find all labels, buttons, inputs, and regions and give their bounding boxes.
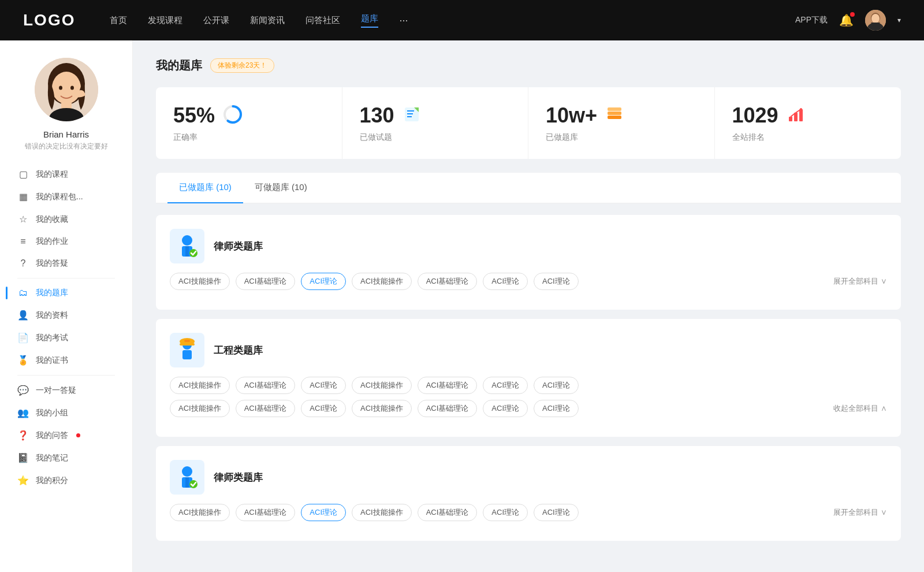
nav-news[interactable]: 新闻资讯 (250, 15, 285, 26)
law2-tag-7[interactable]: ACI理论 (534, 504, 579, 521)
eng-tag-r2-5[interactable]: ACI基础理论 (418, 400, 478, 417)
svg-point-10 (70, 86, 74, 90)
expand-lawyer-1-link[interactable]: 展开全部科目 ∨ (833, 276, 887, 287)
law2-tag-4[interactable]: ACI技能操作 (352, 504, 412, 521)
svg-rect-33 (180, 343, 195, 346)
stat-done-questions-top: 130 (360, 103, 511, 128)
stats-row: 55% 正确率 130 (156, 87, 901, 159)
sidebar-item-my-notes[interactable]: 📓 我的笔记 (6, 447, 126, 469)
sidebar-item-my-questions[interactable]: ? 我的答疑 (6, 252, 126, 274)
stat-accuracy: 55% 正确率 (156, 87, 342, 159)
tab-available-banks[interactable]: 可做题库 (10) (243, 173, 319, 203)
stat-accuracy-icon (223, 105, 243, 127)
sidebar-item-my-group[interactable]: 👥 我的小组 (6, 402, 126, 424)
nav-discover[interactable]: 发现课程 (148, 15, 182, 26)
sidebar-username: Brian Harris (43, 129, 89, 139)
tab-done-banks[interactable]: 已做题库 (10) (167, 173, 243, 203)
stat-site-rank-value: 1029 (732, 103, 778, 128)
tag-aci-theory-active-1[interactable]: ACI理论 (301, 273, 346, 290)
svg-point-6 (52, 72, 81, 104)
sidebar-item-my-profile[interactable]: 👤 我的资料 (6, 304, 126, 326)
qbank-engineer-title: 工程类题库 (214, 344, 263, 357)
law2-tag-6[interactable]: ACI理论 (483, 504, 528, 521)
group-icon: 👥 (17, 407, 29, 418)
sidebar-motto: 错误的决定比没有决定要好 (25, 142, 108, 151)
stat-site-rank: 1029 全站排名 (715, 87, 901, 159)
eng-tag-1[interactable]: ACI技能操作 (170, 377, 230, 394)
stat-done-questions-value: 130 (360, 103, 394, 128)
logo: LOGO (23, 11, 75, 29)
user-avatar[interactable] (865, 10, 886, 31)
sidebar-divider-2 (17, 375, 115, 376)
sidebar-item-my-homework[interactable]: ≡ 我的作业 (6, 231, 126, 252)
sidebar-item-one-on-one[interactable]: 💬 一对一答疑 (6, 379, 126, 402)
qbank-lawyer-2-title: 律师类题库 (214, 471, 263, 484)
sidebar-item-my-course-packages[interactable]: ▦ 我的课程包... (6, 185, 126, 208)
stat-done-questions-icon (403, 105, 421, 126)
tag-aci-basic-theory-2[interactable]: ACI基础理论 (418, 273, 478, 290)
law2-tag-2[interactable]: ACI基础理论 (236, 504, 296, 521)
nav-qa[interactable]: 问答社区 (305, 15, 340, 26)
eng-tag-r2-1[interactable]: ACI技能操作 (170, 400, 230, 417)
favorites-icon: ☆ (17, 214, 29, 225)
nav-home[interactable]: 首页 (110, 15, 127, 26)
law2-tag-1[interactable]: ACI技能操作 (170, 504, 230, 521)
sidebar-item-my-qbank[interactable]: 🗂 我的题库 (6, 282, 126, 304)
stat-accuracy-top: 55% (173, 103, 325, 128)
sidebar-item-my-certificate[interactable]: 🏅 我的证书 (6, 349, 126, 372)
stat-done-banks: 10w+ 已做题库 (528, 87, 715, 159)
sidebar-item-my-favorites[interactable]: ☆ 我的收藏 (6, 208, 126, 231)
user-menu-chevron-icon[interactable]: ▾ (897, 16, 901, 24)
eng-tag-7[interactable]: ACI理论 (534, 377, 579, 394)
nav-more[interactable]: ··· (399, 14, 408, 27)
notes-icon: 📓 (17, 452, 29, 463)
tag-aci-skill-ops-1[interactable]: ACI技能操作 (170, 273, 230, 290)
stat-accuracy-value: 55% (173, 103, 215, 128)
eng-tag-5[interactable]: ACI基础理论 (418, 377, 478, 394)
law2-tag-5[interactable]: ACI基础理论 (418, 504, 478, 521)
profile-icon: 👤 (17, 310, 29, 321)
eng-tag-6[interactable]: ACI理论 (483, 377, 528, 394)
svg-rect-22 (789, 117, 792, 121)
navbar: LOGO 首页 发现课程 公开课 新闻资讯 问答社区 题库 ··· APP下载 … (0, 0, 924, 40)
sidebar-item-my-qa[interactable]: ❓ 我的问答 (6, 424, 126, 447)
questions-icon: ? (17, 258, 29, 269)
eng-tag-r2-7[interactable]: ACI理论 (534, 400, 579, 417)
qbank-icon: 🗂 (17, 288, 29, 298)
tag-aci-theory-2[interactable]: ACI理论 (483, 273, 528, 290)
app-download-button[interactable]: APP下载 (795, 15, 828, 25)
sidebar-item-my-points[interactable]: ⭐ 我的积分 (6, 469, 126, 492)
qbank-lawyer-2-icon (170, 460, 204, 495)
stat-done-questions: 130 已做试题 (342, 87, 529, 159)
tag-aci-theory-3[interactable]: ACI理论 (534, 273, 579, 290)
sidebar-item-my-courses[interactable]: ▢ 我的课程 (6, 163, 126, 185)
notification-bell-icon[interactable]: 🔔 (839, 13, 854, 27)
eng-tag-r2-6[interactable]: ACI理论 (483, 400, 528, 417)
page-title: 我的题库 (156, 58, 202, 73)
eng-tag-4[interactable]: ACI技能操作 (352, 377, 412, 394)
stat-site-rank-top: 1029 (732, 103, 884, 128)
qbank-section-engineer: 工程类题库 ACI技能操作 ACI基础理论 ACI理论 ACI技能操作 ACI基… (156, 319, 901, 437)
nav-opencourse[interactable]: 公开课 (203, 15, 229, 26)
svg-rect-31 (182, 350, 192, 359)
law2-tag-active[interactable]: ACI理论 (301, 504, 346, 521)
qbank-engineer-tags-row2-inner: ACI技能操作 ACI基础理论 ACI理论 ACI技能操作 ACI基础理论 AC… (170, 400, 887, 417)
eng-tag-2[interactable]: ACI基础理论 (236, 377, 296, 394)
exam-icon: 📄 (17, 332, 29, 343)
svg-rect-34 (184, 340, 190, 342)
eng-tag-r2-4[interactable]: ACI技能操作 (352, 400, 412, 417)
eng-tag-3[interactable]: ACI理论 (301, 377, 346, 394)
collapse-engineer-link[interactable]: 收起全部科目 ∧ (833, 403, 887, 414)
trial-badge: 体验剩余23天！ (210, 58, 274, 73)
qbank-engineer-icon (170, 333, 204, 367)
eng-tag-r2-2[interactable]: ACI基础理论 (236, 400, 296, 417)
main-layout: Brian Harris 错误的决定比没有决定要好 ▢ 我的课程 ▦ 我的课程包… (0, 40, 924, 572)
eng-tag-r2-3[interactable]: ACI理论 (301, 400, 346, 417)
nav-qbank[interactable]: 题库 (361, 13, 378, 28)
sidebar-item-my-exam[interactable]: 📄 我的考试 (6, 326, 126, 349)
tag-aci-skill-ops-2[interactable]: ACI技能操作 (352, 273, 412, 290)
qbank-lawyer-1-tags-row: ACI技能操作 ACI基础理论 ACI理论 ACI技能操作 ACI基础理论 AC… (170, 273, 887, 290)
tag-aci-basic-theory-1[interactable]: ACI基础理论 (236, 273, 296, 290)
expand-lawyer-2-link[interactable]: 展开全部科目 ∨ (833, 507, 887, 518)
sidebar-avatar-image (35, 58, 98, 121)
